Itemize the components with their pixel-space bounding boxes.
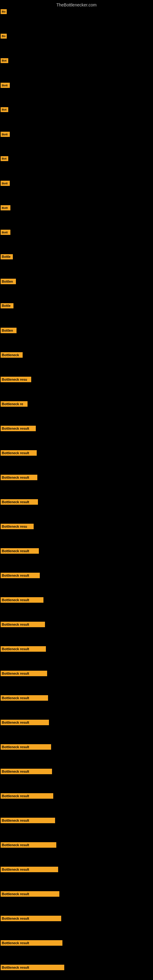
- bottleneck-label: Bott: [1, 230, 10, 235]
- list-item: Bottleneck result: [1, 475, 37, 481]
- bottleneck-label: Bo: [1, 9, 7, 14]
- list-item: Bot: [1, 58, 8, 64]
- list-item: Bottleneck result: [1, 646, 46, 653]
- list-item: Bottleneck result: [1, 720, 49, 726]
- bottleneck-label: Bottleneck result: [1, 426, 36, 431]
- list-item: Bot: [1, 107, 8, 113]
- list-item: Bottleneck result: [1, 450, 37, 457]
- list-item: Bottleneck result: [1, 573, 40, 579]
- list-item: Bott: [1, 205, 10, 212]
- bottleneck-label: Bottle: [1, 303, 13, 309]
- list-item: Bott: [1, 181, 10, 187]
- bottleneck-label: Bottleneck result: [1, 793, 53, 799]
- bottleneck-label: Bottleneck: [1, 352, 22, 358]
- bottleneck-label: Bottlen: [1, 279, 16, 284]
- bottleneck-label: Bottleneck result: [1, 940, 62, 946]
- list-item: Bottlen: [1, 279, 16, 285]
- bottleneck-label: Bottleneck result: [1, 965, 64, 970]
- site-title: TheBottlenecker.com: [0, 0, 153, 10]
- list-item: Bottle: [1, 254, 13, 261]
- bottleneck-label: Bottleneck result: [1, 573, 40, 578]
- list-item: Bottleneck resu: [1, 377, 31, 383]
- bottleneck-label: Bottleneck result: [1, 548, 39, 554]
- list-item: Bott: [1, 132, 10, 138]
- list-item: Bottleneck result: [1, 499, 38, 506]
- list-item: Bott: [1, 83, 10, 89]
- list-item: Bott: [1, 230, 10, 236]
- list-item: Bottleneck result: [1, 744, 51, 751]
- list-item: Bottleneck result: [1, 671, 47, 678]
- list-item: Bottleneck resu: [1, 524, 33, 530]
- items-container: BoBoBotBottBotBottBotBottBottBottBottleB…: [0, 9, 153, 980]
- bottleneck-label: Bottleneck result: [1, 622, 45, 627]
- bottleneck-label: Bottlen: [1, 328, 16, 333]
- list-item: Bot: [1, 156, 8, 162]
- list-item: Bottle: [1, 303, 13, 310]
- list-item: Bottleneck result: [1, 695, 48, 702]
- bottleneck-label: Bot: [1, 107, 8, 112]
- list-item: Bottleneck result: [1, 769, 52, 775]
- bottleneck-label: Bot: [1, 58, 8, 63]
- list-item: Bottleneck result: [1, 426, 36, 433]
- list-item: Bottleneck result: [1, 597, 43, 604]
- bottleneck-label: Bottleneck result: [1, 744, 51, 750]
- list-item: Bottleneck result: [1, 965, 64, 971]
- bottleneck-label: Bot: [1, 156, 8, 161]
- bottleneck-label: Bottleneck re: [1, 401, 27, 407]
- list-item: Bottleneck result: [1, 793, 53, 800]
- list-item: Bottleneck result: [1, 842, 56, 849]
- list-item: Bottleneck result: [1, 548, 39, 555]
- list-item: Bottleneck result: [1, 818, 55, 824]
- bottleneck-label: Bottleneck result: [1, 842, 56, 848]
- bottleneck-label: Bott: [1, 181, 10, 186]
- bottleneck-label: Bo: [1, 34, 7, 38]
- list-item: Bottleneck: [1, 352, 22, 359]
- bottleneck-label: Bottleneck result: [1, 769, 52, 774]
- bottleneck-label: Bottleneck result: [1, 818, 55, 823]
- bottleneck-label: Bottleneck result: [1, 867, 58, 872]
- bottleneck-label: Bottleneck result: [1, 450, 37, 456]
- list-item: Bottleneck result: [1, 867, 58, 873]
- list-item: Bottlen: [1, 328, 16, 334]
- bottleneck-label: Bottleneck resu: [1, 524, 33, 529]
- bottleneck-label: Bottleneck result: [1, 475, 37, 480]
- bottleneck-label: Bottleneck result: [1, 646, 46, 652]
- bottleneck-label: Bottleneck result: [1, 916, 61, 921]
- bottleneck-label: Bottle: [1, 254, 13, 259]
- bottleneck-label: Bottleneck result: [1, 499, 38, 505]
- bottleneck-label: Bott: [1, 83, 10, 88]
- bottleneck-label: Bottleneck result: [1, 891, 59, 897]
- list-item: Bottleneck result: [1, 916, 61, 923]
- bottleneck-label: Bottleneck result: [1, 695, 48, 701]
- list-item: Bottleneck re: [1, 401, 27, 408]
- list-item: Bo: [1, 9, 7, 15]
- bottleneck-label: Bottleneck result: [1, 671, 47, 676]
- list-item: Bottleneck result: [1, 891, 59, 898]
- bottleneck-label: Bottleneck result: [1, 597, 43, 603]
- bottleneck-label: Bott: [1, 132, 10, 137]
- list-item: Bo: [1, 34, 7, 40]
- bottleneck-label: Bottleneck result: [1, 720, 49, 725]
- list-item: Bottleneck result: [1, 622, 45, 628]
- list-item: Bottleneck result: [1, 940, 62, 947]
- bottleneck-label: Bottleneck resu: [1, 377, 31, 382]
- bottleneck-label: Bott: [1, 205, 10, 210]
